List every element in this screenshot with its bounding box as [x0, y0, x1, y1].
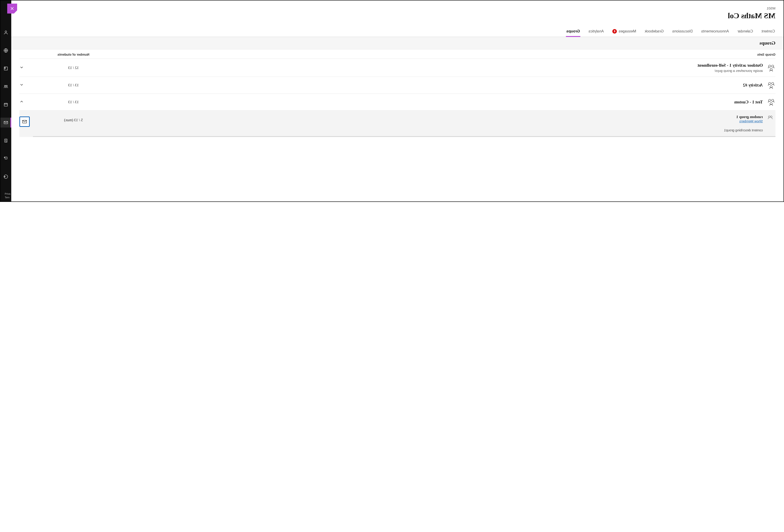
- course-title: MS Maths Col: [19, 11, 776, 20]
- svg-rect-5: [4, 104, 8, 106]
- people-icon: [763, 81, 776, 89]
- group-set-name-cell: Activity #2: [114, 83, 763, 88]
- tab-messages[interactable]: Messages 8: [612, 26, 637, 37]
- expanded-group-panel: random group 1 Show Members content desc…: [19, 110, 776, 137]
- envelope-icon: [22, 120, 27, 124]
- nav-institution[interactable]: [0, 46, 11, 55]
- course-tabs: Content Calendar Announcements Discussio…: [11, 26, 784, 37]
- expand-toggle[interactable]: [19, 65, 33, 71]
- globe-icon: [3, 48, 8, 53]
- people-icon: [763, 115, 776, 120]
- chevron-up-icon: [19, 100, 24, 104]
- chevron-down-icon: [19, 65, 24, 69]
- svg-point-12: [772, 82, 774, 85]
- section-bar: Groups: [11, 37, 784, 49]
- nav-courses[interactable]: [0, 63, 11, 74]
- col-number-of-students: Number of students: [33, 53, 114, 56]
- svg-point-16: [769, 100, 771, 102]
- nav-profile[interactable]: [0, 27, 11, 37]
- svg-rect-20: [23, 120, 27, 123]
- svg-point-10: [769, 65, 771, 67]
- group-set-row[interactable]: Activity #2 13 / 13: [19, 77, 776, 93]
- course-panel: MS01 MS Maths Col Content Calendar Annou…: [11, 0, 784, 201]
- footer-terms[interactable]: Tern: [5, 196, 10, 199]
- section-title: Groups: [19, 40, 776, 46]
- columns-header: Group Sets Number of students: [19, 49, 776, 59]
- messages-badge: 8: [612, 29, 617, 34]
- nav-logout[interactable]: [0, 172, 11, 181]
- course-header: MS01 MS Maths Col: [11, 0, 784, 22]
- svg-point-9: [772, 65, 774, 67]
- group-set-row[interactable]: Test 1 - Custom 13 / 13: [19, 93, 776, 110]
- subgroup-name-cell: random group 1 Show Members content desc…: [114, 115, 763, 132]
- group-set-name-cell: Outdoor activity 1 - Self-enrollment ass…: [114, 63, 763, 73]
- collapse-toggle[interactable]: [19, 100, 33, 105]
- app-root: Priva Tern MS01 MS Maths Col Content Cal…: [0, 0, 784, 202]
- group-set-count: 12 / 13: [33, 65, 114, 70]
- nav-messages[interactable]: [0, 118, 11, 128]
- tab-gradebook[interactable]: Gradebook: [644, 26, 664, 37]
- tab-discussions[interactable]: Discussions: [672, 26, 693, 37]
- community-icon: [3, 84, 8, 89]
- group-set-row[interactable]: Outdoor activity 1 - Self-enrollment ass…: [19, 59, 776, 77]
- person-icon: [3, 30, 8, 35]
- tab-groups[interactable]: Groups: [566, 26, 580, 37]
- group-set-title: Activity #2: [114, 83, 763, 88]
- footer-privacy[interactable]: Priva: [5, 192, 10, 196]
- people-icon: [763, 63, 776, 72]
- svg-point-15: [772, 100, 774, 102]
- bookmark-square-icon: [3, 66, 8, 71]
- subgroup-count: 5 / 13 (max): [33, 115, 114, 122]
- subgroup-title: random group 1: [114, 115, 763, 119]
- envelope-icon: [3, 120, 8, 125]
- nav-calendar[interactable]: [0, 100, 11, 110]
- logout-icon: [3, 174, 8, 179]
- chevron-down-icon: [19, 82, 24, 87]
- group-set-title: Test 1 - Custom: [114, 100, 763, 105]
- group-set-subtitle: assign yourselves a group guys!: [114, 69, 763, 73]
- expand-toggle[interactable]: [19, 82, 33, 88]
- svg-point-19: [768, 116, 770, 118]
- nav-groups[interactable]: [0, 82, 11, 91]
- group-set-count: 13 / 13: [33, 83, 114, 87]
- tab-announcements[interactable]: Announcements: [701, 26, 729, 37]
- tab-content[interactable]: Content: [761, 26, 776, 37]
- group-set-count: 13 / 13: [33, 100, 114, 104]
- subgroup-description: content describing group1: [114, 128, 763, 132]
- course-code: MS01: [19, 6, 776, 10]
- nav-grades[interactable]: [0, 136, 11, 145]
- tab-messages-label: Messages: [619, 29, 636, 34]
- groups-content: Group Sets Number of students Outdoor ac…: [11, 49, 784, 201]
- svg-rect-6: [4, 121, 8, 124]
- col-group-sets: Group Sets: [114, 53, 776, 56]
- document-icon: [3, 138, 8, 143]
- close-icon: [10, 6, 15, 11]
- nav-tools[interactable]: [0, 154, 11, 164]
- svg-point-4: [4, 85, 6, 87]
- group-set-title: Outdoor activity 1 - Self-enrollment: [114, 63, 763, 68]
- svg-point-3: [6, 85, 7, 87]
- external-icon: [3, 156, 8, 161]
- svg-point-0: [5, 31, 6, 32]
- people-icon: [763, 98, 776, 106]
- global-nav-rail: Priva Tern: [0, 0, 11, 201]
- svg-point-13: [769, 82, 771, 85]
- tab-analytics[interactable]: Analytics: [588, 26, 604, 37]
- group-set-name-cell: Test 1 - Custom: [114, 100, 763, 105]
- message-group-button[interactable]: [19, 116, 30, 127]
- svg-point-18: [771, 116, 772, 118]
- show-members-link[interactable]: Show Members: [739, 119, 763, 123]
- rail-footer: Priva Tern: [5, 192, 10, 199]
- tab-calendar[interactable]: Calendar: [737, 26, 753, 37]
- calendar-icon: [3, 102, 8, 107]
- col-spacer: [19, 53, 33, 56]
